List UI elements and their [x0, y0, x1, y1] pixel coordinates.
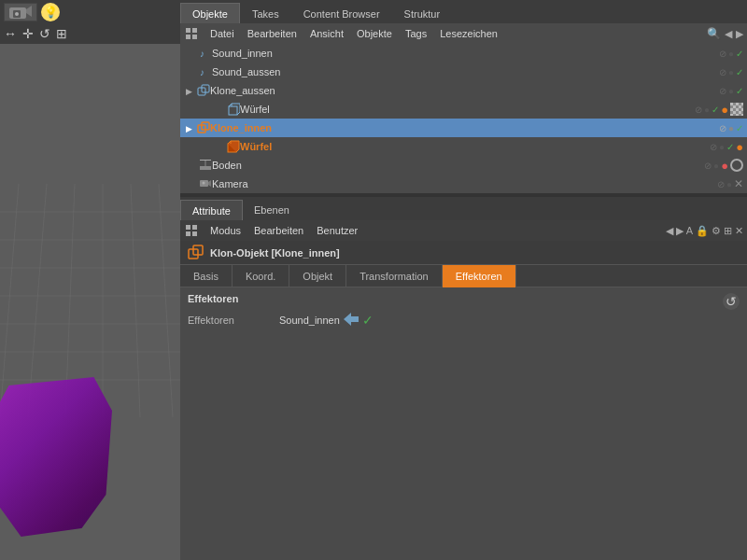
- tab-objekte[interactable]: Objekte: [180, 3, 240, 23]
- cube-icon: [227, 103, 240, 116]
- obj-row-sound-innen[interactable]: ♪ Sound_innen ⊘ ● ✓: [180, 44, 747, 63]
- tab-content-browser[interactable]: Content Browser: [291, 3, 392, 23]
- arrow-right-btn[interactable]: ▶: [676, 225, 684, 237]
- attr-gear-icon[interactable]: ⚙: [712, 225, 721, 237]
- attr-menu-right: ◀ ▶ A 🔒 ⚙ ⊞ ✕: [666, 225, 743, 237]
- arrow-left-btn[interactable]: ◀: [666, 225, 673, 237]
- check-icon: ✓: [736, 49, 743, 59]
- clone-icon-2: [197, 121, 210, 134]
- attr-grid-icon[interactable]: ⊞: [724, 225, 732, 237]
- bookmark-icon[interactable]: ▶: [736, 28, 743, 40]
- effektoren-value: Sound_innen: [279, 315, 340, 326]
- viewport-grid: [0, 44, 180, 560]
- svg-rect-42: [192, 231, 197, 236]
- attr-menu-benutzer[interactable]: Benutzer: [311, 223, 363, 238]
- hide-icon: ⊘: [719, 49, 726, 59]
- obj-icons-sound-innen: ⊘ ● ✓: [719, 49, 743, 59]
- cross-icon: ✕: [734, 177, 743, 190]
- clone-icon: [197, 84, 210, 97]
- tab-struktur[interactable]: Struktur: [392, 3, 453, 23]
- dot-icon-5: ●: [728, 123, 734, 133]
- sound-icon-2: ♪: [199, 65, 212, 78]
- obj-row-sound-aussen[interactable]: ♪ Sound_aussen ⊘ ● ✓: [180, 63, 747, 81]
- prop-tab-basis[interactable]: Basis: [180, 265, 233, 287]
- hide-icon-7: ⊘: [704, 161, 712, 171]
- obj-name-wuerfel-aussen: Würfel: [240, 104, 695, 115]
- hide-icon-6: ⊘: [710, 142, 717, 152]
- dot-orange-icon: ●: [721, 103, 728, 117]
- add-button[interactable]: ↺: [723, 293, 740, 310]
- attr-close-icon[interactable]: ✕: [735, 225, 743, 237]
- dot-icon-3: ●: [728, 86, 734, 96]
- check-icon-2: ✓: [736, 67, 743, 77]
- attr-a-icon[interactable]: A: [686, 225, 693, 236]
- hide-icon-5: ⊘: [719, 123, 726, 133]
- viewport-rotate-icon[interactable]: ↺: [39, 26, 50, 41]
- viewport: ↔ ✛ ↺ ⊞: [0, 23, 180, 560]
- attr-menu-modus[interactable]: Modus: [204, 223, 247, 238]
- main-tab-bar: Objekte Takes Content Browser Struktur: [180, 0, 747, 23]
- svg-rect-19: [186, 35, 190, 39]
- obj-row-klone-aussen[interactable]: ▶ Klone_aussen ⊘ ● ✓: [180, 81, 747, 100]
- dot-icon-8: ●: [726, 179, 732, 189]
- menu-lesezeichen[interactable]: Lesezeichen: [434, 26, 503, 41]
- attr-bottom-empty: [180, 336, 747, 560]
- expand-icon: ▶: [184, 84, 197, 97]
- search-icon[interactable]: 🔍: [707, 27, 721, 40]
- svg-line-15: [131, 184, 140, 417]
- tab-attribute[interactable]: Attribute: [180, 200, 243, 220]
- circle-icon: [730, 159, 743, 172]
- tab-takes[interactable]: Takes: [240, 3, 291, 23]
- obj-row-klone-innen[interactable]: ▶ Klone_innen ⊘ ● ✓: [180, 119, 747, 137]
- svg-rect-41: [186, 231, 190, 236]
- hide-icon-2: ⊘: [719, 67, 726, 77]
- prop-tab-koord[interactable]: Koord.: [233, 265, 289, 287]
- menu-ansicht[interactable]: Ansicht: [304, 26, 349, 41]
- obj-icons-boden: ⊘ ● ●: [704, 159, 743, 173]
- viewport-move-icon[interactable]: ↔: [4, 26, 17, 41]
- obj-name-kamera: Kamera: [212, 178, 717, 189]
- object-header: Klon-Objekt [Klone_innen]: [180, 241, 747, 265]
- dot-icon-6: ●: [719, 142, 725, 152]
- top-toolbar: 💡: [0, 0, 180, 23]
- camera-icon[interactable]: [4, 3, 37, 21]
- dot-icon-7: ●: [713, 161, 719, 171]
- check-icon-5: ✓: [736, 123, 743, 133]
- obj-name-sound-aussen: Sound_aussen: [212, 66, 719, 77]
- arrow-left-icon[interactable]: ◀: [725, 28, 732, 40]
- svg-rect-39: [186, 225, 190, 230]
- light-icon[interactable]: 💡: [41, 3, 60, 21]
- menu-tags[interactable]: Tags: [400, 26, 432, 41]
- prop-tab-effektoren[interactable]: Effektoren: [443, 265, 516, 287]
- obj-header-title: Klon-Objekt [Klone_innen]: [210, 247, 340, 259]
- prop-tab-objekt[interactable]: Objekt: [289, 265, 346, 287]
- menu-objekte[interactable]: Objekte: [351, 26, 398, 41]
- svg-rect-26: [229, 106, 237, 115]
- menu-datei[interactable]: Datei: [204, 26, 240, 41]
- obj-name-boden: Boden: [212, 160, 704, 171]
- svg-rect-17: [186, 28, 190, 33]
- svg-marker-2: [26, 6, 32, 17]
- menu-bearbeiten[interactable]: Bearbeiten: [242, 26, 303, 41]
- floor-icon: [199, 159, 212, 172]
- viewport-scale-icon[interactable]: ⊞: [56, 26, 67, 41]
- sound-icon: ♪: [199, 47, 212, 60]
- hide-icon-8: ⊘: [717, 179, 725, 189]
- effektoren-section: Effektoren Effektoren Sound_innen ✓ ↺: [180, 287, 747, 336]
- prop-tab-transformation[interactable]: Transformation: [346, 265, 443, 287]
- obj-row-boden[interactable]: Boden ⊘ ● ●: [180, 156, 747, 175]
- hide-icon-4: ⊘: [695, 105, 702, 115]
- tab-ebenen[interactable]: Ebenen: [243, 200, 301, 220]
- obj-row-kamera[interactable]: Kamera ⊘ ● ✕: [180, 175, 747, 193]
- obj-name-sound-innen: Sound_innen: [212, 48, 719, 59]
- obj-name-klone-innen: Klone_innen: [210, 122, 719, 133]
- obj-icons-kamera: ⊘ ● ✕: [717, 177, 743, 190]
- attr-menu-bearbeiten[interactable]: Bearbeiten: [248, 223, 309, 238]
- svg-line-16: [159, 184, 173, 417]
- viewport-nav-icon[interactable]: ✛: [22, 26, 34, 41]
- obj-row-wuerfel-innen[interactable]: Würfel ⊘ ● ✓ ●: [180, 137, 747, 156]
- attr-panel: Attribute Ebenen Modus Bearbeiten Benutz…: [180, 197, 747, 560]
- svg-text:♪: ♪: [200, 49, 204, 59]
- attr-lock-icon[interactable]: 🔒: [696, 225, 709, 237]
- obj-row-wuerfel-aussen[interactable]: Würfel ⊘ ● ✓ ●: [180, 100, 747, 119]
